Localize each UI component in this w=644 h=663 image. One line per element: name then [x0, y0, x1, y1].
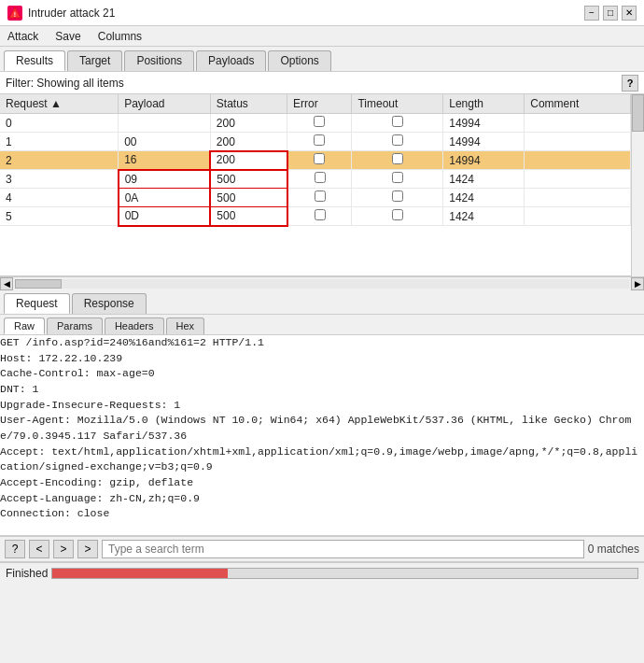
timeout-checkbox[interactable] — [392, 190, 403, 202]
col-length[interactable]: Length — [443, 94, 525, 114]
cell-request: 2 — [0, 151, 119, 170]
cell-timeout[interactable] — [352, 133, 443, 151]
cell-length: 14994 — [443, 151, 525, 170]
maximize-button[interactable]: □ — [603, 6, 618, 21]
request-content: GET /info.asp?id=240%16and%161=2 HTTP/1.… — [0, 335, 644, 536]
col-error[interactable]: Error — [287, 94, 352, 114]
cell-payload: 0A — [119, 189, 211, 207]
cell-request: 4 — [0, 189, 119, 207]
cell-length: 1424 — [443, 189, 525, 207]
cell-length: 14994 — [443, 133, 525, 151]
match-count: 0 matches — [588, 543, 639, 556]
results-table-wrapper: Request ▲ Payload Status Error Timeout L… — [0, 94, 644, 276]
error-checkbox[interactable] — [315, 172, 326, 183]
sub-tab-raw[interactable]: Raw — [4, 317, 45, 334]
col-payload[interactable]: Payload — [119, 94, 211, 114]
menu-save[interactable]: Save — [51, 29, 84, 44]
cell-timeout[interactable] — [352, 114, 443, 133]
scrollbar-thumb[interactable] — [632, 94, 644, 132]
cell-error[interactable] — [287, 170, 352, 189]
timeout-checkbox[interactable] — [392, 134, 403, 146]
title-bar-left: ! Intruder attack 21 — [7, 6, 115, 21]
table-scrollbar-v[interactable] — [631, 94, 644, 276]
col-request[interactable]: Request ▲ — [0, 94, 119, 114]
timeout-checkbox[interactable] — [392, 116, 403, 127]
error-checkbox[interactable] — [314, 116, 325, 127]
filter-help-button[interactable]: ? — [622, 75, 638, 92]
menu-bar: Attack Save Columns — [0, 26, 644, 47]
scrollbar-h-track[interactable] — [15, 279, 629, 289]
menu-attack[interactable]: Attack — [4, 29, 42, 44]
tab-payloads[interactable]: Payloads — [196, 50, 266, 71]
error-checkbox[interactable] — [315, 190, 326, 202]
status-progress — [51, 568, 638, 579]
minimize-button[interactable]: − — [584, 6, 599, 21]
cell-error[interactable] — [287, 151, 352, 170]
tab-request[interactable]: Request — [4, 293, 70, 314]
table-row[interactable]: 5 0D 500 1424 — [0, 207, 631, 226]
tab-results[interactable]: Results — [4, 50, 65, 71]
timeout-checkbox[interactable] — [392, 153, 403, 164]
cell-length: 14994 — [443, 114, 525, 133]
cell-comment — [525, 170, 631, 189]
search-next-button[interactable]: > — [53, 540, 74, 558]
sub-tab-hex[interactable]: Hex — [166, 317, 205, 334]
scroll-right-btn[interactable]: ▶ — [631, 277, 644, 290]
sub-tab-bar: Raw Params Headers Hex — [0, 315, 644, 335]
cell-comment — [525, 114, 631, 133]
timeout-checkbox[interactable] — [392, 172, 403, 183]
cell-timeout[interactable] — [352, 151, 443, 170]
cell-timeout[interactable] — [352, 170, 443, 189]
scroll-left-btn[interactable]: ◀ — [0, 277, 13, 290]
cell-timeout[interactable] — [352, 189, 443, 207]
tab-target[interactable]: Target — [67, 50, 122, 71]
table-row[interactable]: 1 00 200 14994 — [0, 133, 631, 151]
search-forward-button[interactable]: > — [77, 540, 98, 558]
cell-status: 500 — [210, 170, 287, 189]
search-input[interactable] — [102, 540, 584, 558]
cell-request: 1 — [0, 133, 119, 151]
close-button[interactable]: ✕ — [622, 6, 637, 21]
status-progress-fill — [52, 569, 228, 578]
cell-error[interactable] — [287, 189, 352, 207]
col-status[interactable]: Status — [210, 94, 287, 114]
tab-response[interactable]: Response — [72, 293, 147, 314]
table-row[interactable]: 3 09 500 1424 — [0, 170, 631, 189]
search-bar: ? < > > 0 matches — [0, 536, 644, 562]
table-scrollbar-h[interactable]: ◀ ▶ — [0, 276, 644, 289]
filter-text: Filter: Showing all items — [6, 77, 124, 90]
table-row[interactable]: 2 16 200 14994 — [0, 151, 631, 170]
cell-comment — [525, 207, 631, 226]
scrollbar-h-thumb[interactable] — [15, 279, 62, 289]
filter-bar: Filter: Showing all items ? — [0, 72, 644, 94]
error-checkbox[interactable] — [314, 153, 325, 164]
error-checkbox[interactable] — [314, 134, 325, 146]
cell-error[interactable] — [287, 207, 352, 226]
error-checkbox[interactable] — [315, 209, 326, 220]
cell-length: 1424 — [443, 170, 525, 189]
cell-payload — [119, 114, 211, 133]
tab-positions[interactable]: Positions — [124, 50, 194, 71]
cell-request: 3 — [0, 170, 119, 189]
cell-length: 1424 — [443, 207, 525, 226]
cell-error[interactable] — [287, 133, 352, 151]
sub-tab-params[interactable]: Params — [47, 317, 103, 334]
table-row[interactable]: 0 200 14994 — [0, 114, 631, 133]
timeout-checkbox[interactable] — [392, 209, 403, 220]
cell-payload: 0D — [119, 207, 211, 226]
tab-options[interactable]: Options — [268, 50, 330, 71]
status-bar: Finished — [0, 562, 644, 583]
cell-timeout[interactable] — [352, 207, 443, 226]
menu-columns[interactable]: Columns — [94, 29, 146, 44]
col-comment[interactable]: Comment — [525, 94, 631, 114]
search-prev-button[interactable]: < — [29, 540, 49, 558]
table-row[interactable]: 4 0A 500 1424 — [0, 189, 631, 207]
svg-text:!: ! — [14, 11, 16, 18]
bottom-tab-bar: Request Response — [0, 289, 644, 315]
col-timeout[interactable]: Timeout — [352, 94, 443, 114]
search-help-button[interactable]: ? — [5, 540, 25, 558]
sub-tab-headers[interactable]: Headers — [105, 317, 164, 334]
cell-error[interactable] — [287, 114, 352, 133]
results-table: Request ▲ Payload Status Error Timeout L… — [0, 94, 631, 227]
cell-comment — [525, 133, 631, 151]
